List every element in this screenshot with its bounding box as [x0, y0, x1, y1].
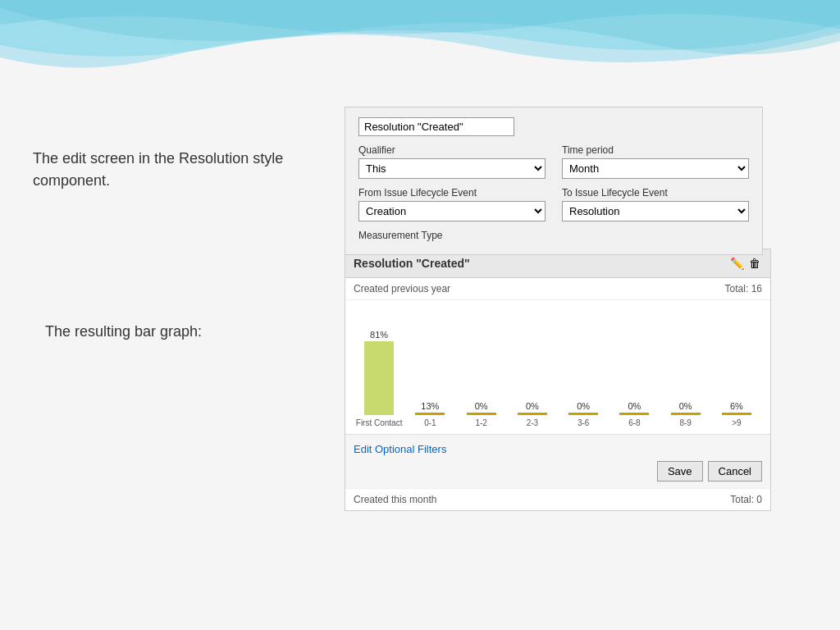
bar-label-first-contact: First Contact [354, 418, 404, 427]
widget-total: Total: 16 [725, 283, 762, 294]
bar-group-first-contact: 81% [354, 330, 404, 415]
qualifier-time-row: Qualifier This Last Next Time period Mon… [358, 144, 749, 179]
bar-pct-01: 13% [421, 401, 439, 411]
bar-line-23 [518, 413, 547, 415]
widget-subtitle-row: Created previous year Total: 16 [345, 278, 770, 300]
time-period-label: Time period [562, 144, 749, 156]
bar-label-12: 1-2 [456, 418, 507, 427]
bar-line-gt9 [722, 413, 751, 415]
bar-pct-gt9: 6% [730, 401, 743, 411]
from-lifecycle-label: From Issue Lifecycle Event [358, 187, 546, 199]
bar-label-68: 6-8 [609, 418, 660, 427]
bar-graph-label: The resulting bar graph: [45, 323, 312, 340]
to-lifecycle-field: To Issue Lifecycle Event Resolution Crea… [562, 187, 749, 221]
bar-label-01: 0-1 [404, 418, 455, 427]
resolution-title-input[interactable] [358, 117, 514, 136]
bar-label-23: 2-3 [507, 418, 558, 427]
optional-filters-link[interactable]: Edit Optional Filters [354, 443, 446, 455]
lifecycle-row: From Issue Lifecycle Event Creation Reso… [358, 187, 749, 221]
widget-title: Resolution "Created" [354, 257, 470, 270]
bar-group-23: 0% [507, 401, 558, 415]
bottom-total: Total: 0 [730, 494, 762, 505]
bar-line-01 [415, 413, 445, 415]
bar-line-89 [671, 413, 701, 415]
to-lifecycle-select[interactable]: Resolution Creation Update [562, 201, 749, 221]
qualifier-label: Qualifier [358, 144, 546, 156]
edit-icon[interactable]: ✏️ [729, 256, 744, 271]
bar-pct-23: 0% [526, 401, 539, 411]
bar-group-68: 0% [609, 401, 660, 415]
edit-screen: Qualifier This Last Next Time period Mon… [345, 107, 763, 255]
bar-label-36: 3-6 [558, 418, 609, 427]
bar-labels: First Contact 0-1 1-2 2-3 3-6 6-8 8-9 >9 [345, 415, 770, 434]
bar-group-36: 0% [558, 401, 609, 415]
qualifier-field: Qualifier This Last Next [358, 144, 546, 179]
widget-bottom-row: Created this month Total: 0 [345, 488, 770, 510]
bar-fill-first-contact [364, 341, 394, 415]
bar-group-89: 0% [660, 401, 711, 415]
wave-background [0, 0, 840, 98]
time-period-field: Time period Month Week Quarter Year [562, 144, 749, 179]
bar-pct-12: 0% [475, 401, 488, 411]
bar-label-89: 8-9 [660, 418, 711, 427]
widget-subtitle-text: Created previous year [354, 283, 450, 294]
left-panel: The edit screen in the Resolution style … [0, 98, 345, 630]
widget-icons: ✏️ 🗑 [729, 256, 762, 271]
bottom-section: Edit Optional Filters Save Cancel [345, 434, 770, 488]
bar-group-gt9: 6% [711, 401, 762, 415]
save-button[interactable]: Save [657, 461, 703, 482]
bar-line-36 [568, 413, 598, 415]
right-panel: Qualifier This Last Next Time period Mon… [345, 98, 840, 630]
edit-screen-title-row [358, 117, 749, 136]
total-value: 16 [751, 283, 762, 294]
description-text: The edit screen in the Resolution style … [33, 148, 312, 192]
main-content: The edit screen in the Resolution style … [0, 98, 840, 630]
time-period-select[interactable]: Month Week Quarter Year [562, 158, 749, 179]
bar-label-gt9: >9 [711, 418, 762, 427]
cancel-button[interactable]: Cancel [708, 461, 762, 482]
bar-line-68 [619, 413, 649, 415]
bar-group-12: 0% [456, 401, 507, 415]
to-lifecycle-label: To Issue Lifecycle Event [562, 187, 749, 199]
qualifier-select[interactable]: This Last Next [358, 158, 546, 179]
bar-pct-36: 0% [577, 401, 590, 411]
bar-line-12 [467, 413, 496, 415]
from-lifecycle-field: From Issue Lifecycle Event Creation Reso… [358, 187, 546, 221]
bar-pct-89: 0% [679, 401, 692, 411]
total-label: Total: [725, 283, 749, 294]
measurement-type-label: Measurement Type [358, 230, 749, 241]
right-content: Qualifier This Last Next Time period Mon… [345, 107, 824, 511]
bar-pct-68: 0% [628, 401, 641, 411]
delete-icon[interactable]: 🗑 [747, 256, 762, 271]
bottom-subtitle-text: Created this month [354, 494, 436, 505]
save-cancel-row: Save Cancel [354, 461, 762, 482]
bar-pct-first-contact: 81% [370, 330, 388, 340]
bar-group-01: 13% [404, 401, 455, 415]
from-lifecycle-select[interactable]: Creation Resolution Update [358, 201, 546, 221]
bar-chart-area: 81% 13% 0% 0% [345, 300, 770, 415]
bar-graph-widget: Resolution "Created" ✏️ 🗑 Created previo… [345, 249, 771, 511]
